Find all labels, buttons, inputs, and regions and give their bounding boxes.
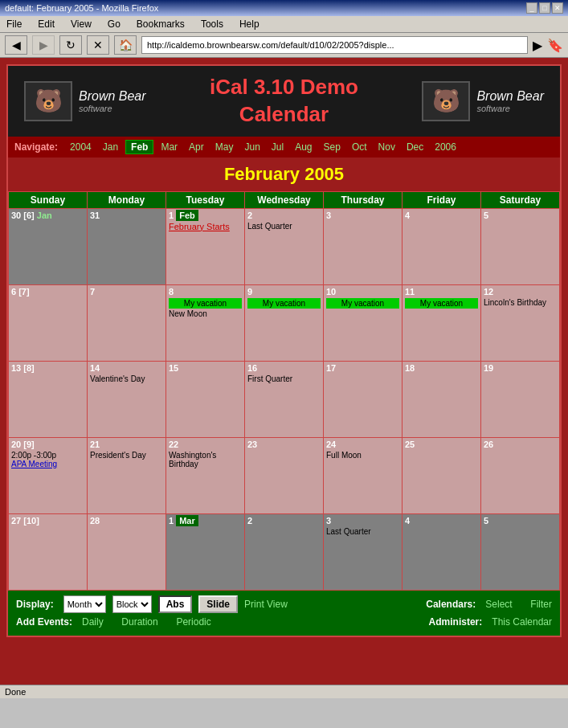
address-bar[interactable]: http://icaldemo.brownbearsw.com/default/… — [141, 36, 528, 54]
calendar-table: Sunday Monday Tuesday Wednesday Thursday… — [8, 191, 560, 591]
day-cell-7: 7 — [88, 284, 166, 361]
header-thursday: Thursday — [324, 191, 403, 208]
nav-dec[interactable]: Dec — [403, 141, 427, 153]
header-friday: Friday — [403, 191, 481, 208]
day-cell-31: 31 — [88, 208, 166, 284]
administer-label: Administer: — [429, 616, 483, 628]
menu-bookmarks[interactable]: Bookmarks — [133, 18, 188, 31]
event-full-moon: Full Moon — [326, 451, 399, 460]
day-cell-26: 26 — [481, 437, 560, 513]
month-select[interactable]: Month — [63, 595, 106, 613]
event-my-vacation-11[interactable]: My vacation — [405, 298, 478, 309]
day-number-6: 6 [7] — [11, 287, 84, 297]
day-cell-21: 21 President's Day — [88, 437, 166, 513]
abs-button[interactable]: Abs — [158, 595, 193, 613]
day-number-21: 21 — [90, 440, 163, 449]
add-events-label: Add Events: — [16, 616, 72, 628]
menu-file[interactable]: File — [3, 18, 25, 31]
day-number-18: 18 — [405, 363, 478, 373]
filter-link[interactable]: Filter — [530, 599, 552, 610]
bookmark-icon[interactable]: 🔖 — [547, 38, 563, 53]
day-number-10: 10 — [326, 287, 399, 297]
maximize-btn[interactable]: □ — [539, 2, 550, 14]
event-last-quarter-1: Last Quarter — [247, 222, 321, 231]
display-label: Display: — [16, 599, 54, 610]
event-new-moon: New Moon — [169, 309, 242, 318]
day-number-31: 31 — [90, 211, 163, 220]
nav-jul[interactable]: Jul — [268, 141, 288, 153]
window-title: default: February 2005 - Mozilla Firefox — [5, 3, 158, 13]
event-presidents-day: President's Day — [90, 451, 163, 460]
minimize-btn[interactable]: _ — [526, 2, 537, 14]
menu-view[interactable]: View — [67, 18, 95, 31]
periodic-link[interactable]: Periodic — [176, 616, 210, 628]
daily-link[interactable]: Daily — [82, 616, 104, 628]
nav-apr[interactable]: Apr — [185, 141, 208, 153]
day-cell-18: 18 — [403, 361, 481, 437]
header-tuesday: Tuesday — [166, 191, 245, 208]
header: 🐻 Brown Bear software iCal 3.10 Demo Cal… — [8, 66, 560, 137]
bottom-row-2: Add Events: Daily Duration Periodic Admi… — [16, 616, 552, 628]
day-link-jan[interactable]: Jan — [37, 211, 52, 220]
day-number-17: 17 — [326, 363, 399, 373]
day-number-14: 14 — [90, 363, 163, 373]
event-february-starts[interactable]: February Starts — [169, 222, 242, 231]
week-row-1: 30 [6] Jan 31 1 Feb February Starts 2 La… — [9, 208, 560, 284]
menu-help[interactable]: Help — [236, 18, 263, 31]
nav-2006[interactable]: 2006 — [431, 141, 460, 153]
this-calendar-link[interactable]: This Calendar — [492, 616, 552, 628]
title-bar: default: February 2005 - Mozilla Firefox… — [0, 0, 568, 16]
reload-btn[interactable]: ↻ — [59, 35, 82, 55]
event-apa-meeting[interactable]: APA Meeting — [11, 460, 84, 468]
day-number-12: 12 — [484, 287, 557, 297]
day-cell-4: 4 — [403, 208, 481, 284]
window-controls[interactable]: _ □ ✕ — [526, 2, 563, 14]
nav-bar: Navigate: 2004 Jan Feb Mar Apr May Jun J… — [8, 137, 560, 157]
day-cell-30: 30 [6] Jan — [9, 208, 88, 284]
day-cell-22: 22 Washington's Birthday — [166, 437, 245, 513]
menu-tools[interactable]: Tools — [198, 18, 227, 31]
day-cell-mar5: 5 — [481, 513, 560, 590]
nav-mar[interactable]: Mar — [157, 141, 182, 153]
nav-sep[interactable]: Sep — [320, 141, 345, 153]
day-number-13: 13 [8] — [11, 363, 84, 373]
nav-may[interactable]: May — [211, 141, 238, 153]
day-cell-11: 11 My vacation — [403, 284, 481, 361]
nav-jan[interactable]: Jan — [99, 141, 122, 153]
nav-aug[interactable]: Aug — [291, 141, 316, 153]
menu-go[interactable]: Go — [104, 18, 124, 31]
day-number-9: 9 — [247, 287, 321, 297]
day-cell-19: 19 — [481, 361, 560, 437]
menu-edit[interactable]: Edit — [35, 18, 58, 31]
nav-oct[interactable]: Oct — [348, 141, 371, 153]
nav-jun[interactable]: Jun — [240, 141, 264, 153]
day-number-2: 2 — [247, 211, 321, 220]
day-number-15: 15 — [169, 363, 242, 373]
event-my-vacation-10[interactable]: My vacation — [326, 298, 399, 309]
status-bar: Done — [0, 685, 568, 698]
day-number-5: 5 — [484, 211, 557, 220]
day-cell-28: 28 — [88, 513, 166, 590]
day-cell-14: 14 Valentine's Day — [88, 361, 166, 437]
slide-button[interactable]: Slide — [198, 595, 238, 613]
print-view-link[interactable]: Print View — [244, 599, 288, 610]
event-my-vacation-9[interactable]: My vacation — [247, 298, 321, 309]
home-btn[interactable]: 🏠 — [114, 35, 137, 55]
stop-btn[interactable]: ✕ — [87, 35, 109, 55]
back-btn[interactable]: ◀ — [5, 35, 27, 55]
close-btn[interactable]: ✕ — [552, 2, 563, 14]
month-title: February 2005 — [8, 157, 560, 191]
event-lincolns-birthday: Lincoln's Birthday — [484, 298, 557, 307]
nav-2004[interactable]: 2004 — [66, 141, 96, 153]
nav-feb[interactable]: Feb — [125, 140, 153, 154]
event-my-vacation-8[interactable]: My vacation — [169, 298, 242, 309]
day-number-mar3: 3 — [326, 516, 399, 526]
bottom-bar: Display: Month Block Abs Slide Print Vie… — [8, 591, 560, 636]
block-select[interactable]: Block — [112, 595, 152, 613]
select-link[interactable]: Select — [485, 599, 512, 610]
forward-btn[interactable]: ▶ — [32, 35, 55, 55]
duration-link[interactable]: Duration — [121, 616, 157, 628]
go-icon[interactable]: ▶ — [533, 38, 542, 53]
left-logo: 🐻 Brown Bear software — [24, 81, 146, 121]
nav-nov[interactable]: Nov — [374, 141, 399, 153]
